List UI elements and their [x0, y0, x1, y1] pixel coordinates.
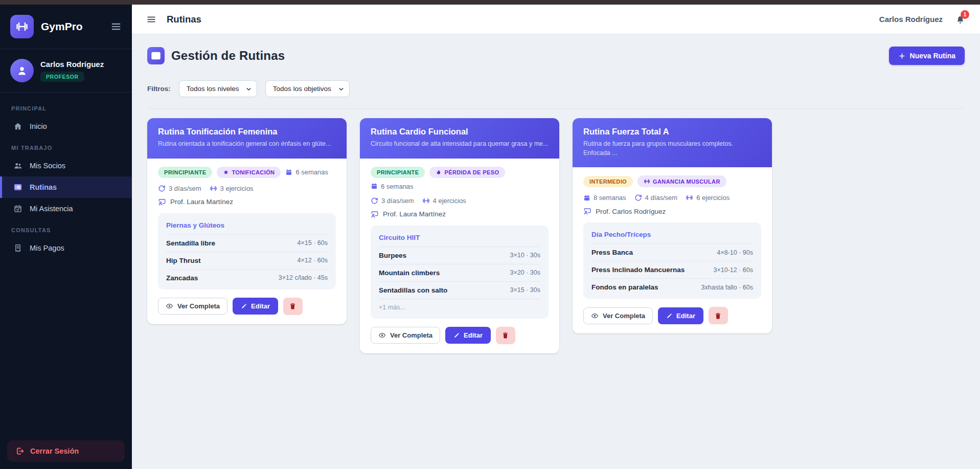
delete-button[interactable]: [709, 307, 728, 324]
exercise-detail: 3×10-12 · 60s: [714, 266, 753, 274]
trash-icon: [289, 302, 297, 310]
refresh-icon: [158, 185, 166, 192]
weeks-stat: 6 semanas: [371, 183, 414, 190]
sidebar-item-mi-asistencia[interactable]: Mi Asistencia: [0, 198, 132, 219]
routine-card: Rutina Fuerza Total A Rutina de fuerza p…: [573, 118, 772, 333]
topbar-user-name: Carlos Rodríguez: [879, 15, 943, 24]
pencil-icon: [241, 303, 247, 309]
menu-toggle-icon[interactable]: [146, 14, 156, 25]
sidebar-item-mis-pagos[interactable]: Mis Pagos: [0, 237, 132, 259]
exercise-row: Mountain climbers 3×20 · 30s: [379, 264, 540, 281]
routine-description: Circuito funcional de alta intensidad pa…: [371, 140, 549, 149]
exercise-detail: 4×8-10 · 90s: [717, 249, 753, 256]
more-exercises-label: +1 más...: [379, 299, 540, 316]
calendar-icon: [371, 183, 378, 190]
edit-button[interactable]: Editar: [445, 327, 491, 344]
list-icon: [13, 183, 22, 192]
exercise-name: Press Inclinado Mancuernas: [591, 266, 685, 274]
sidebar-item-label: Inicio: [30, 122, 47, 130]
delete-button[interactable]: [496, 327, 515, 344]
goal-badge: PÉRDIDA DE PESO: [429, 167, 505, 178]
avatar: [10, 59, 34, 82]
exercise-detail: 3×20 · 30s: [510, 269, 540, 276]
professor-icon: [371, 210, 379, 218]
refresh-icon: [634, 194, 642, 202]
frequency-stat: 4 días/sem: [634, 194, 678, 202]
view-complete-button[interactable]: Ver Completa: [371, 327, 440, 344]
calendar-icon: [583, 194, 590, 202]
delete-button[interactable]: [283, 298, 303, 315]
exercise-name: Fondos en paralelas: [591, 283, 658, 291]
routine-card: Rutina Cardio Funcional Circuito funcion…: [360, 118, 559, 353]
topbar: Rutinas Carlos Rodríguez 1: [132, 5, 980, 34]
view-complete-button[interactable]: Ver Completa: [583, 307, 653, 324]
routine-title: Rutina Cardio Funcional: [371, 127, 549, 137]
exercise-name: Mountain climbers: [379, 269, 440, 277]
exercise-detail: 3×12 c/lado · 45s: [279, 274, 328, 281]
exercise-name: Zancadas: [166, 274, 198, 282]
plus-icon: [898, 52, 906, 60]
sidebar-collapse-icon[interactable]: [110, 21, 122, 32]
routine-title: Rutina Fuerza Total A: [583, 127, 761, 137]
professor-row: Prof. Carlos Rodríguez: [583, 207, 761, 215]
filters-bar: Filtros: Todos los niveles Todos los obj…: [147, 80, 965, 109]
logout-button[interactable]: Cerrar Sesión: [7, 440, 125, 462]
exercise-row: Fondos en paralelas 3xhasta fallo · 60s: [591, 278, 753, 296]
app-name: GymPro: [41, 20, 110, 33]
dumbbell-icon: [686, 194, 693, 202]
routine-card-header: Rutina Cardio Funcional Circuito funcion…: [360, 118, 559, 159]
professor-icon: [583, 207, 591, 215]
edit-button[interactable]: Editar: [233, 298, 278, 315]
exercise-group-title: Día Pecho/Tríceps: [591, 229, 753, 243]
pencil-icon: [666, 312, 673, 319]
exercise-name: Sentadilla libre: [166, 239, 215, 247]
goal-filter-select[interactable]: Todos los objetivos: [265, 80, 350, 97]
exercise-count-stat: 6 ejercicios: [686, 194, 730, 202]
exercise-detail: 4×12 · 60s: [298, 257, 328, 264]
level-badge: PRINCIPIANTE: [371, 167, 425, 178]
sidebar-item-label: Mi Asistencia: [30, 205, 73, 213]
level-filter-select[interactable]: Todos los niveles: [179, 80, 257, 97]
goal-badge: TONIFICACIÓN: [217, 167, 281, 178]
filters-label: Filtros:: [147, 85, 171, 93]
new-routine-button[interactable]: Nueva Rutina: [889, 47, 965, 65]
users-icon: [13, 161, 22, 170]
exercise-name: Hip Thrust: [166, 257, 201, 264]
flame-icon: [436, 169, 442, 175]
level-badge: INTERMEDIO: [583, 176, 633, 187]
edit-button[interactable]: Editar: [658, 307, 703, 324]
nav-section-consultas: CONSULTAS: [0, 219, 132, 237]
sidebar-item-mis-socios[interactable]: Mis Socios: [0, 155, 132, 176]
weeks-stat: 8 semanas: [583, 194, 626, 202]
exercise-name: Burpees: [379, 252, 406, 259]
notifications-button[interactable]: 1: [955, 14, 966, 25]
sidebar-item-inicio[interactable]: Inicio: [0, 116, 132, 137]
exercise-detail: 3×15 · 30s: [510, 286, 540, 294]
main-content: Gestión de Rutinas Nueva Rutina Filtros:…: [132, 34, 980, 469]
calendar-icon: [285, 169, 292, 176]
sidebar-item-label: Mis Socios: [30, 162, 65, 170]
routine-description: Rutina orientada a tonificación general …: [158, 140, 336, 149]
dumbbell-icon: [644, 178, 650, 185]
view-complete-button[interactable]: Ver Completa: [158, 298, 227, 315]
nav-section-mi-trabajo: MI TRABAJO: [0, 137, 132, 155]
eye-icon: [378, 331, 386, 339]
exercise-detail: 3xhasta fallo · 60s: [701, 284, 753, 291]
frequency-stat: 3 días/sem: [158, 185, 201, 192]
exercise-detail: 3×10 · 30s: [510, 252, 540, 259]
exercise-count-stat: 4 ejercicios: [422, 197, 466, 205]
star-icon: [223, 169, 229, 175]
level-badge: PRINCIPIANTE: [158, 167, 212, 178]
exercise-row: Press Inclinado Mancuernas 3×10-12 · 60s: [591, 261, 753, 278]
role-badge: PROFESOR: [40, 72, 84, 82]
eye-icon: [591, 312, 599, 320]
pencil-icon: [453, 332, 460, 339]
trash-icon: [502, 331, 509, 339]
receipt-icon: [13, 243, 22, 253]
sidebar-item-rutinas[interactable]: Rutinas: [0, 176, 132, 198]
exercise-count-stat: 3 ejercicios: [210, 185, 254, 192]
gympro-logo-icon: [10, 15, 34, 38]
eye-icon: [166, 302, 173, 310]
brand-header: GymPro: [0, 5, 132, 49]
exercise-row: Sentadillas con salto 3×15 · 30s: [379, 281, 540, 299]
